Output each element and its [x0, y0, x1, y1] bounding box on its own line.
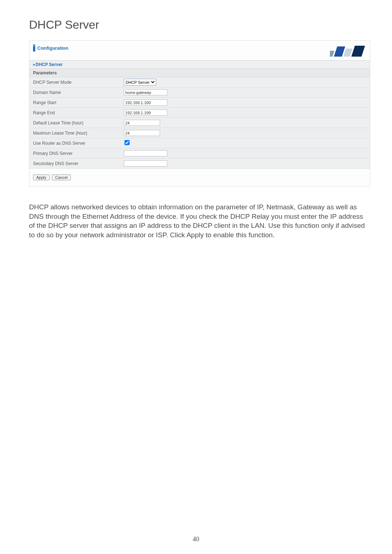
breadcrumb: Configuration	[33, 44, 68, 52]
secondary-dns-input[interactable]	[124, 160, 167, 167]
label-range-start: Range Start	[29, 100, 124, 105]
row-range-start: Range Start	[29, 98, 370, 108]
label-use-router-dns: Use Router as DNS Server	[29, 141, 124, 146]
default-lease-input[interactable]	[124, 120, 160, 126]
row-range-end: Range End	[29, 108, 370, 118]
row-default-lease: Default Lease Time (hour)	[29, 118, 370, 128]
dhcp-mode-select[interactable]: DHCP Server	[124, 79, 156, 86]
row-secondary-dns: Secondary DNS Server	[29, 159, 370, 169]
label-max-lease: Maximun Lease Time (hour)	[29, 131, 124, 136]
row-primary-dns: Primary DNS Server	[29, 148, 370, 159]
row-use-router-dns: Use Router as DNS Server	[29, 138, 370, 148]
row-dhcp-mode: DHCP Server Mode DHCP Server	[29, 77, 370, 87]
label-domain-name: Domain Name	[29, 90, 124, 95]
label-default-lease: Default Lease Time (hour)	[29, 120, 124, 126]
max-lease-input[interactable]	[124, 130, 160, 136]
svg-rect-3	[351, 46, 365, 57]
parameters-header: Parameters	[29, 69, 370, 77]
label-primary-dns: Primary DNS Server	[29, 151, 124, 156]
description-text: DHCP allows networked devices to obtain …	[29, 202, 370, 240]
apply-button[interactable]: Apply	[33, 175, 50, 180]
use-router-dns-checkbox[interactable]	[124, 140, 130, 145]
page-number: 40	[0, 535, 392, 543]
label-secondary-dns: Secondary DNS Server	[29, 161, 124, 166]
accent-bar-icon	[33, 44, 35, 52]
panel-header: Configuration	[29, 41, 370, 60]
config-label: Configuration	[37, 45, 68, 51]
svg-rect-0	[330, 51, 334, 57]
brand-logo-icon	[330, 44, 366, 57]
cancel-button[interactable]: Cancel	[52, 175, 71, 180]
page-title: DHCP Server	[29, 18, 370, 32]
button-row: Apply Cancel	[29, 169, 370, 181]
config-panel: Configuration DHCP Server Parameters DHC…	[29, 40, 370, 186]
primary-dns-input[interactable]	[124, 150, 167, 156]
section-title[interactable]: DHCP Server	[29, 60, 370, 69]
svg-rect-1	[334, 46, 345, 57]
domain-name-input[interactable]	[124, 89, 167, 95]
label-range-end: Range End	[29, 110, 124, 115]
svg-rect-2	[343, 49, 352, 57]
row-max-lease: Maximun Lease Time (hour)	[29, 128, 370, 138]
row-domain-name: Domain Name	[29, 87, 370, 98]
label-dhcp-mode: DHCP Server Mode	[29, 80, 124, 85]
range-start-input[interactable]	[124, 99, 167, 106]
parameters-list: DHCP Server Mode DHCP Server Domain Name…	[29, 77, 370, 169]
range-end-input[interactable]	[124, 110, 167, 116]
